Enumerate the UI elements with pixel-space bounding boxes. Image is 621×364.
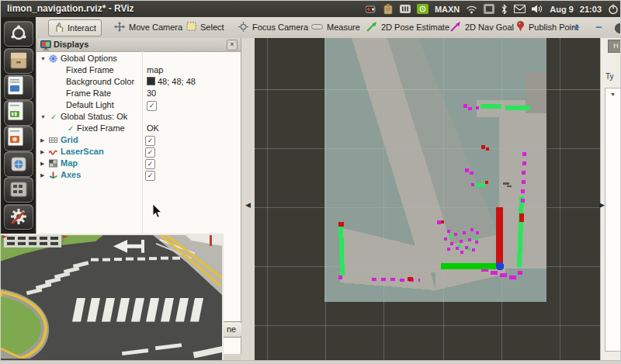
- collapse-left-handle[interactable]: ◀: [245, 201, 251, 209]
- status-ok-icon: ✓: [68, 123, 74, 134]
- launcher-item-ubuntu-dash[interactable]: [4, 21, 33, 47]
- chevron-down-icon: ▼: [610, 92, 616, 97]
- panel-splitter[interactable]: ◀: [241, 38, 255, 360]
- nav-goal-arrow-icon: [450, 22, 461, 33]
- frame-rate-value[interactable]: 30: [147, 88, 156, 99]
- launcher-item-files[interactable]: [4, 48, 33, 74]
- expander-closed-icon[interactable]: ▶: [40, 146, 44, 158]
- tool-move-camera-label: Move Camera: [129, 23, 182, 32]
- map-display-label: Map: [61, 158, 78, 169]
- axes-visible-checkbox[interactable]: ✓: [145, 171, 155, 181]
- tree-row-global-status[interactable]: ▼ ✓ Global Status: Ok: [36, 111, 241, 123]
- clipboard-icon[interactable]: [383, 4, 394, 15]
- mail-icon[interactable]: [514, 5, 526, 13]
- expander-closed-icon[interactable]: ▶: [40, 169, 44, 181]
- remove-tool-button[interactable]: −: [595, 20, 602, 33]
- default-light-label: Default Light: [66, 99, 114, 111]
- tree-row-map[interactable]: ▶ Map ✓: [36, 158, 241, 169]
- tree-row-fixed-frame-status[interactable]: ✓ Fixed Frame OK: [36, 123, 241, 134]
- performance-mode-label[interactable]: MAXN: [435, 5, 460, 14]
- color-swatch: [147, 77, 155, 85]
- tool-focus-camera-label: Focus Camera: [252, 23, 308, 32]
- system-tray: MAXN Aug 9 21:03: [366, 1, 619, 17]
- tree-row-fixed-frame[interactable]: Fixed Frame map: [36, 64, 241, 76]
- title-bar: limon_navigation.rviz* - RViz MAXN Aug 9…: [1, 1, 621, 17]
- launcher-item-archive-box[interactable]: [4, 177, 33, 203]
- tree-row-axes[interactable]: ▶ Axes ✓: [36, 169, 241, 181]
- publish-point-pin-icon: [516, 21, 525, 33]
- grid-display-icon: [49, 136, 57, 144]
- indicator-bars-icon[interactable]: [400, 4, 411, 14]
- launcher-item-libreoffice-impress[interactable]: [4, 126, 33, 151]
- map-display-icon: [49, 159, 57, 168]
- tool-2d-nav-goal-label: 2D Nav Goal: [465, 23, 514, 32]
- laserscan-visible-checkbox[interactable]: ✓: [145, 147, 155, 158]
- tree-row-laserscan[interactable]: ▶ LaserScan ✓: [36, 146, 241, 158]
- bluetooth-icon[interactable]: [501, 4, 508, 15]
- session-power-icon[interactable]: [608, 4, 619, 15]
- tool-extra-button[interactable]: [615, 23, 621, 33]
- tool-select[interactable]: Select: [182, 19, 229, 35]
- displays-panel-icon: [40, 40, 51, 54]
- add-tool-button[interactable]: +: [573, 20, 580, 33]
- launcher-item-software-center[interactable]: [4, 151, 33, 177]
- collapse-right-handle[interactable]: ▶: [599, 201, 605, 209]
- tool-interact[interactable]: Interact: [48, 19, 102, 36]
- launcher-item-libreoffice-calc[interactable]: [4, 100, 33, 126]
- map-display: [324, 38, 546, 302]
- expander-closed-icon[interactable]: ▶: [40, 158, 44, 169]
- tree-row-grid[interactable]: ▶ Grid ✓: [36, 134, 241, 146]
- views-type-combo-fragment[interactable]: ▼: [605, 88, 621, 352]
- building: [2, 235, 68, 248]
- tree-row-global-options[interactable]: ▼ Global Options: [36, 53, 241, 64]
- global-status-label: Global Status: Ok: [61, 111, 127, 123]
- tool-2d-pose-estimate-label: 2D Pose Estimate: [381, 23, 449, 32]
- launcher-item-libreoffice-writer[interactable]: [4, 75, 33, 100]
- launcher-item-system-settings[interactable]: [4, 204, 33, 230]
- expander-open-icon[interactable]: ▼: [40, 53, 46, 64]
- tool-2d-pose-estimate[interactable]: 2D Pose Estimate: [362, 19, 454, 35]
- tool-2d-nav-goal[interactable]: 2D Nav Goal: [446, 19, 519, 35]
- views-type-label-fragment: Ty: [605, 72, 614, 81]
- tool-select-label: Select: [200, 23, 224, 32]
- views-panel-button-fragment[interactable]: H: [608, 40, 621, 53]
- tree-row-background-color[interactable]: Background Color 48; 48; 48: [36, 76, 241, 88]
- viewport-scene: [255, 38, 600, 360]
- volume-icon[interactable]: [532, 4, 543, 14]
- nvidia-icon[interactable]: [417, 4, 428, 14]
- camera-image-panel: [1, 234, 224, 360]
- tree-row-default-light[interactable]: Default Light ✓: [36, 99, 241, 111]
- displays-panel-header[interactable]: Displays ×: [36, 38, 241, 52]
- grid-visible-checkbox[interactable]: ✓: [145, 136, 155, 146]
- render-viewport-3d[interactable]: [255, 38, 600, 360]
- expander-open-icon[interactable]: ▼: [40, 111, 46, 123]
- rename-button-fragment[interactable]: ne: [220, 321, 242, 338]
- global-options-label: Global Options: [61, 53, 117, 64]
- fixed-frame-status-label: Fixed Frame: [77, 123, 125, 134]
- tool-focus-camera[interactable]: Focus Camera: [234, 19, 313, 35]
- tool-move-camera[interactable]: Move Camera: [109, 19, 187, 35]
- default-light-checkbox[interactable]: ✓: [147, 101, 157, 111]
- input-method-icon[interactable]: [484, 4, 494, 14]
- status-ok-icon: ✓: [50, 111, 57, 123]
- tool-measure[interactable]: Measure: [307, 19, 365, 35]
- laserscan-display-icon: [49, 147, 57, 156]
- tree-row-frame-rate[interactable]: Frame Rate 30: [36, 88, 241, 99]
- time-label[interactable]: 21:03: [580, 5, 602, 14]
- tool-interact-label: Interact: [68, 23, 96, 33]
- tool-measure-label: Measure: [327, 23, 360, 32]
- global-options-icon: [49, 54, 57, 63]
- displays-close-icon[interactable]: ×: [227, 40, 238, 50]
- expander-closed-icon[interactable]: ▶: [40, 134, 44, 146]
- date-label[interactable]: Aug 9: [550, 5, 574, 14]
- grid-display-label: Grid: [61, 134, 78, 146]
- displays-panel-title: Displays: [54, 40, 88, 49]
- wifi-icon[interactable]: [466, 5, 477, 14]
- background-color-value[interactable]: 48; 48; 48: [147, 76, 196, 88]
- screen-record-icon[interactable]: [366, 4, 377, 14]
- fixed-frame-value[interactable]: map: [147, 64, 163, 76]
- map-visible-checkbox[interactable]: ✓: [145, 159, 155, 169]
- desktop-screen: limon_navigation.rviz* - RViz MAXN Aug 9…: [0, 0, 621, 364]
- interact-hand-icon: [54, 23, 64, 34]
- measure-icon: [311, 23, 323, 32]
